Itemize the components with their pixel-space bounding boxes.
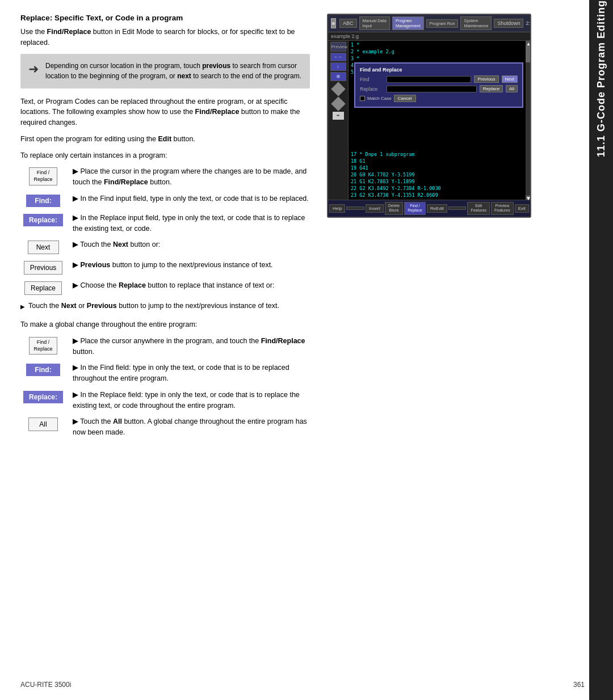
footer-left-text: ACU-RITE 3500i [20, 681, 71, 689]
instruction-text-7: ▶ Place the cursor anywhere in the progr… [73, 336, 310, 357]
cnc-find-replace-dialog: Find and Replace Find Previous Next Repl… [354, 62, 523, 108]
all-button-1[interactable]: All [28, 418, 57, 431]
cnc-main: 1 * 2 * example 2.g 3 * 4 5 G70 Find and… [349, 41, 526, 200]
main-content: Replace: Specific Text, or Code in a pro… [0, 0, 589, 700]
instruction-text-2: ▶ In the Find input field, type in only … [73, 193, 310, 204]
cnc-footer-delete[interactable]: DeleteBlock [385, 202, 403, 215]
cnc-footer-reedit[interactable]: ReEdit [427, 204, 447, 213]
cnc-side-btn2[interactable]: ↕ [330, 62, 346, 71]
btn-col-4: Next [20, 239, 66, 254]
cnc-btn-manual[interactable]: Manual DataInput [359, 16, 391, 30]
cnc-logo: ⊕ [331, 18, 336, 28]
vertical-tab: 11.1 G-Code Program Editing [589, 0, 613, 700]
instruction-text-6: ▶ Choose the Replace button to replace t… [73, 280, 310, 291]
cnc-scroll-thumb[interactable] [526, 45, 530, 62]
cnc-match-case-row: Match Case Cancel [360, 95, 518, 102]
cnc-side-edit[interactable]: ✏ [333, 112, 344, 120]
cnc-btn-program-run[interactable]: Program Run [426, 19, 459, 28]
instruction-text-9: ▶ In the Replace field: type in only the… [73, 390, 310, 411]
cnc-code-bottom: 17 * Dnpe 1 subprogram 18 G1 19 G41 20 G… [349, 150, 526, 200]
instruction-text-8: ▶ In the Find field: type in only the te… [73, 362, 310, 384]
btn-col-5: Previous [20, 260, 66, 275]
cnc-footer: Help Insert DeleteBlock Find /Replace Re… [328, 200, 530, 217]
cnc-find-label: Find [360, 77, 384, 82]
intro-text: Use the Find/Replace button in Edit Mode… [20, 27, 310, 48]
cnc-scrollbar[interactable]: ▲ ▼ [526, 41, 530, 200]
cnc-scroll-up[interactable]: ▲ [526, 41, 530, 45]
btn-col-1: Find /Replace [20, 166, 66, 185]
cnc-dialog-find-row: Find Previous Next [360, 75, 518, 83]
instruction-row-10: All ▶ Touch the All button. A global cha… [20, 416, 310, 438]
btn-col-6: Replace [20, 280, 66, 295]
cnc-side-btn1[interactable]: ←→ [330, 53, 346, 61]
cnc-footer-help[interactable]: Help [329, 204, 345, 213]
find-replace-button-1[interactable]: Find /Replace [29, 167, 57, 185]
cnc-time-text: 2:41pm [526, 20, 531, 26]
left-column: Replace: Specific Text, or Code in a pro… [20, 14, 321, 683]
cnc-footer-exit[interactable]: Exit [515, 204, 529, 213]
previous-button-1[interactable]: Previous [24, 261, 62, 275]
cnc-screen: ⊕ ABC Manual DataInput ProgramManagement… [327, 14, 531, 218]
cnc-find-input[interactable] [387, 76, 471, 83]
cnc-program-name: example 2.g [328, 32, 530, 41]
replace-button-3[interactable]: Replace: [23, 391, 63, 403]
cnc-btn-program[interactable]: ProgramManagement [392, 16, 424, 30]
replace-button-2[interactable]: Replace [24, 281, 62, 295]
page-wrapper: Replace: Specific Text, or Code in a pro… [0, 0, 613, 700]
cnc-match-case-checkbox[interactable] [360, 96, 365, 101]
instruction-row-7: Find /Replace ▶ Place the cursor anywher… [20, 336, 310, 357]
cnc-body: Preview ←→ ↕ ⊞ ✏ 1 * 2 * example 2.g [328, 41, 530, 200]
instruction-row-1: Find /Replace ▶ Place the cursor in the … [20, 166, 310, 188]
note-box: ➜ Depending on cursor location in the pr… [20, 54, 310, 88]
instruction-text-4: ▶ Touch the Next button or: [73, 239, 310, 250]
note-text: Depending on cursor location in the prog… [45, 61, 302, 82]
instruction-row-2: Find: ▶ In the Find input field, type in… [20, 193, 310, 207]
right-column: ⊕ ABC Manual DataInput ProgramManagement… [321, 14, 555, 683]
cnc-footer-edit-features[interactable]: EditFeatures [467, 202, 490, 215]
cnc-footer-insert[interactable]: Insert [366, 204, 384, 213]
cnc-header: ⊕ ABC Manual DataInput ProgramManagement… [328, 15, 530, 32]
instruction-row-5: Previous ▶ Previous button to jump to th… [20, 260, 310, 275]
btn-col-3: Replace: [20, 213, 66, 226]
cnc-footer-preview-features[interactable]: PreviewFeatures [491, 202, 514, 215]
bullet-text-1: Touch the Next or Previous button to jum… [28, 301, 279, 311]
instruction-text-1: ▶ Place the cursor in the program where … [73, 166, 310, 188]
replace-button-1[interactable]: Replace: [23, 214, 63, 226]
find-replace-button-2[interactable]: Find /Replace [29, 337, 57, 355]
footer-right-text: 361 [573, 681, 585, 689]
next-button-1[interactable]: Next [28, 241, 59, 254]
cnc-footer-blank2 [448, 206, 467, 210]
para3-text: To replace only certain instances in a p… [20, 150, 310, 161]
instruction-row-3: Replace: ▶ In the Replace input field, t… [20, 213, 310, 234]
btn-col-7: Find /Replace [20, 336, 66, 355]
cnc-cancel-btn[interactable]: Cancel [394, 95, 416, 102]
cnc-dialog-replace-row: Replace Replace All [360, 85, 518, 92]
cnc-side-diamond [331, 82, 345, 96]
cnc-replace-dialog-btn[interactable]: Replace [480, 85, 503, 92]
find-button-2[interactable]: Find: [26, 364, 60, 376]
instruction-text-10: ▶ Touch the All button. A global change … [73, 416, 310, 438]
cnc-btn-shutdown[interactable]: Shutdown [494, 19, 523, 28]
para1-text: Text, or Program Codes can be replaced t… [20, 96, 310, 128]
cnc-scroll-down[interactable]: ▼ [526, 195, 530, 200]
para4-text: To make a global change throughout the e… [20, 319, 310, 330]
cnc-btn-system[interactable]: SystemMaintenance [460, 16, 492, 30]
cnc-replace-input[interactable] [387, 86, 477, 92]
cnc-next-btn[interactable]: Next [502, 75, 518, 83]
bullet-1: ▶ Touch the Next or Previous button to j… [20, 301, 310, 311]
vertical-tab-text: 11.1 G-Code Program Editing [595, 0, 607, 168]
find-button-1[interactable]: Find: [26, 195, 60, 207]
instruction-row-8: Find: ▶ In the Find field: type in only … [20, 362, 310, 384]
instruction-row-4: Next ▶ Touch the Next button or: [20, 239, 310, 254]
cnc-side-preview[interactable]: Preview [330, 42, 346, 52]
cnc-btn-abc[interactable]: ABC [339, 19, 357, 28]
instruction-text-5: ▶ Previous button to jump to the next/pr… [73, 260, 310, 271]
instruction-row-9: Replace: ▶ In the Replace field: type in… [20, 390, 310, 411]
section-title: Replace: Specific Text, or Code in a pro… [20, 14, 310, 22]
cnc-all-dialog-btn[interactable]: All [506, 85, 518, 92]
cnc-side-btn3[interactable]: ⊞ [330, 72, 346, 81]
instruction-text-3: ▶ In the Replace input field, type in on… [73, 213, 310, 234]
cnc-footer-find-replace[interactable]: Find /Replace [404, 202, 426, 215]
btn-col-2: Find: [20, 193, 66, 207]
cnc-previous-btn[interactable]: Previous [474, 75, 498, 83]
